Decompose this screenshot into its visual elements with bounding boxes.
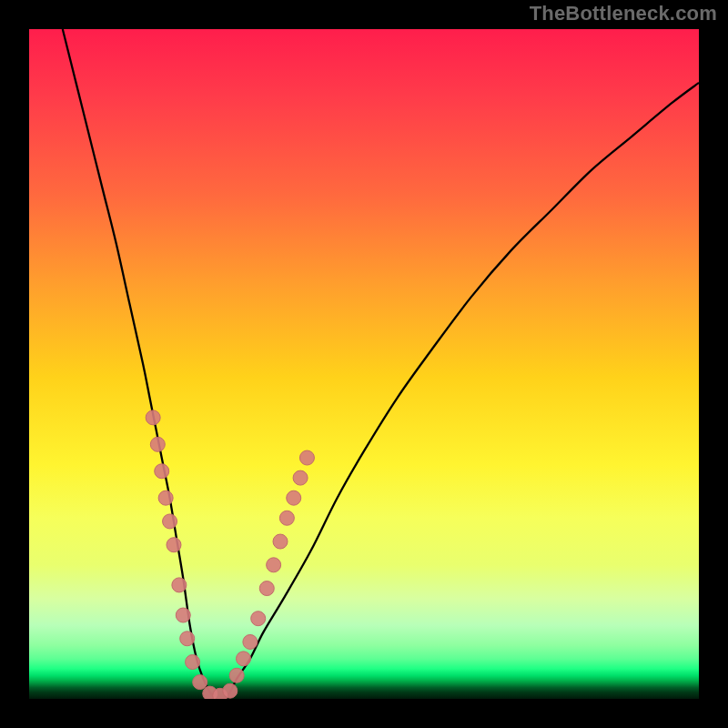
marker-dot [251,612,266,626]
marker-dot [193,675,207,690]
marker-dot [167,538,181,552]
marker-dot [299,450,314,465]
marker-dot [273,534,288,549]
marker-dot [163,514,177,529]
marker-dot [259,581,274,596]
marker-dot [243,634,258,649]
marker-dot [237,652,251,666]
marker-dot [155,464,169,479]
marker-dot [172,578,187,592]
marker-dot [267,558,281,572]
marker-dot [158,490,173,505]
marker-dot [293,470,308,485]
marker-dot [223,683,238,698]
marker-dot [279,511,294,525]
chart-frame: TheBottleneck.com [0,0,728,728]
marker-group [146,410,314,699]
marker-dot [150,437,165,451]
plot-area [29,29,699,699]
curve-layer [29,29,699,699]
marker-dot [186,655,200,670]
marker-dot [176,608,190,622]
bottleneck-curve [63,29,699,699]
marker-dot [180,632,195,646]
attribution-label: TheBottleneck.com [530,2,717,25]
marker-dot [229,668,244,682]
marker-dot [287,490,301,505]
marker-dot [146,410,160,425]
